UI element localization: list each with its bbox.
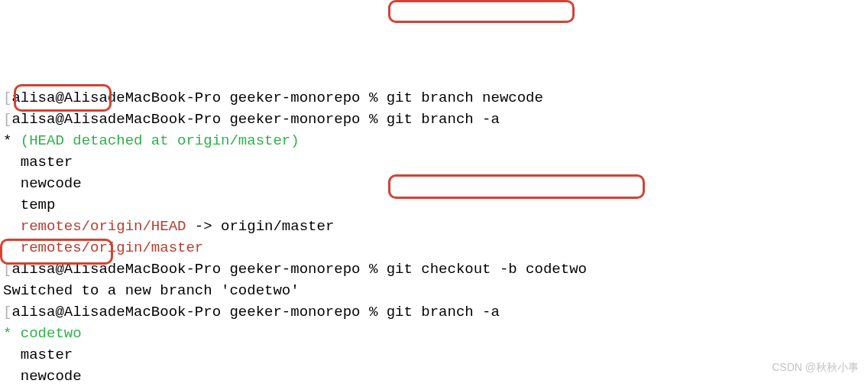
terminal-line: newcode <box>3 366 865 387</box>
output-text: Switched to a new branch 'codetwo' <box>3 282 300 299</box>
command-text: git branch newcode <box>387 89 543 106</box>
command-text: git branch -a <box>387 304 500 320</box>
bracket-icon: [ <box>3 89 11 106</box>
remote-branch: remotes/origin/master <box>3 239 203 256</box>
current-branch: codetwo <box>21 325 82 342</box>
prompt-text: alisa@AlisadeMacBook-Pro geeker-monorepo… <box>11 89 386 106</box>
arrow-text: -> origin/master <box>186 218 334 235</box>
terminal-line: Switched to a new branch 'codetwo' <box>3 280 865 301</box>
highlight-annotation <box>388 0 575 23</box>
bracket-icon: [ <box>3 111 11 128</box>
terminal-line: master <box>3 151 865 173</box>
current-marker: * <box>3 325 21 342</box>
terminal-line: [alisa@AlisadeMacBook-Pro geeker-monorep… <box>3 87 865 109</box>
terminal-line: newcode <box>3 173 865 194</box>
terminal-line: temp <box>3 194 865 216</box>
prompt-text: alisa@AlisadeMacBook-Pro geeker-monorepo… <box>11 261 386 278</box>
bracket-icon: [ <box>3 261 11 278</box>
terminal-line: [alisa@AlisadeMacBook-Pro geeker-monorep… <box>3 301 865 323</box>
command-text: git checkout -b codetwo <box>387 261 587 278</box>
terminal-line: * (HEAD detached at origin/master) <box>3 130 865 151</box>
branch-name: master <box>3 154 73 171</box>
head-detached-text: (HEAD detached at origin/master) <box>21 132 300 149</box>
terminal-line: * codetwo <box>3 323 865 344</box>
branch-name: newcode <box>3 368 82 385</box>
terminal-line: remotes/origin/HEAD -> origin/master <box>3 216 865 237</box>
current-marker: * <box>3 132 21 149</box>
terminal-line: [alisa@AlisadeMacBook-Pro geeker-monorep… <box>3 109 865 130</box>
bracket-icon: [ <box>3 304 11 320</box>
watermark-text: CSDN @秋秋小事 <box>772 356 859 378</box>
terminal-line: [alisa@AlisadeMacBook-Pro geeker-monorep… <box>3 259 865 280</box>
command-text: git branch -a <box>387 111 500 128</box>
prompt-text: alisa@AlisadeMacBook-Pro geeker-monorepo… <box>11 111 386 128</box>
prompt-text: alisa@AlisadeMacBook-Pro geeker-monorepo… <box>11 304 386 320</box>
branch-name: master <box>3 346 73 363</box>
terminal-line: remotes/origin/master <box>3 237 865 259</box>
terminal-line: master <box>3 344 865 366</box>
branch-name: temp <box>3 197 55 213</box>
branch-name: newcode <box>3 175 82 192</box>
remote-branch: remotes/origin/HEAD <box>3 218 186 235</box>
